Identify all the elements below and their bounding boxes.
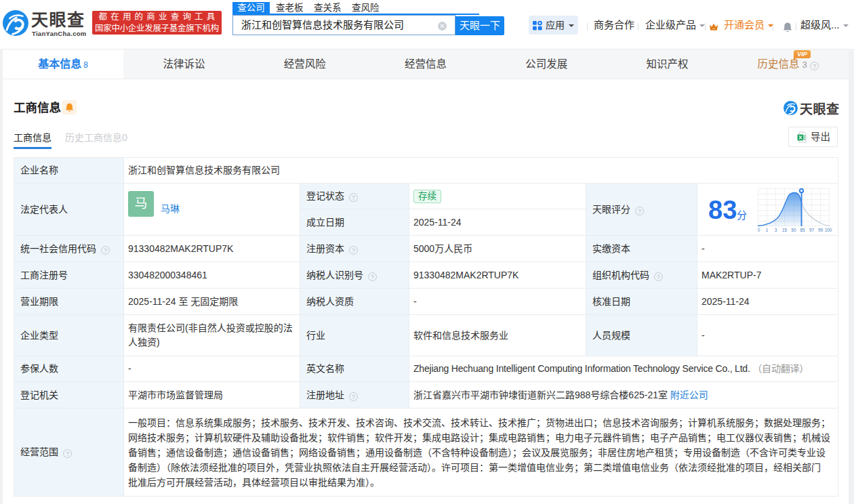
svg-text:1: 1 [766, 228, 769, 232]
svg-text:0: 0 [758, 228, 760, 232]
svg-text:99: 99 [818, 228, 824, 232]
svg-text:15: 15 [782, 228, 788, 232]
svg-text:85: 85 [800, 228, 805, 232]
svg-text:3: 3 [775, 228, 777, 232]
svg-text:100: 100 [825, 228, 832, 232]
svg-text:97: 97 [809, 228, 815, 232]
svg-text:50: 50 [791, 228, 796, 232]
